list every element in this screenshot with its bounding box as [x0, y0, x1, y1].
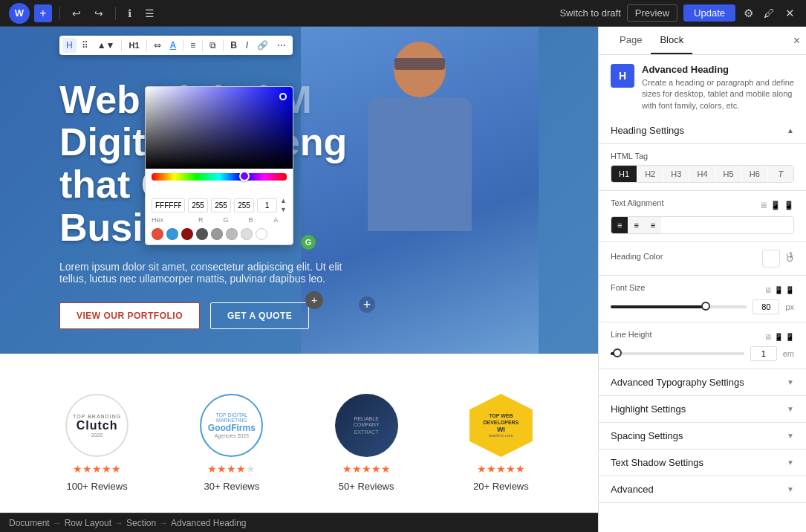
advanced-section[interactable]: Advanced ▼	[599, 476, 806, 503]
cp-down-button[interactable]: ▼	[280, 206, 287, 213]
font-size-input[interactable]	[753, 299, 779, 314]
align-left-button[interactable]: ≡	[611, 217, 628, 233]
heading-color-swatch[interactable]	[762, 250, 780, 267]
swatch-red[interactable]	[152, 228, 163, 240]
highlight-settings-section[interactable]: Highlight Settings ▼	[599, 396, 806, 423]
clutch-stars: ★★★★★	[73, 463, 121, 475]
color-button[interactable]: A	[166, 38, 181, 53]
breadcrumb-doc[interactable]: Document	[9, 518, 50, 528]
align-right-button[interactable]: ≡	[645, 217, 661, 233]
html-tags-group: H1 H2 H3 H4 H5 H6 T	[611, 165, 794, 183]
breadcrumb-row[interactable]: Row Layout	[65, 518, 111, 528]
swatch-darkgray[interactable]	[196, 228, 208, 240]
add-block-button[interactable]: +	[34, 4, 52, 22]
block-type-button[interactable]: H	[62, 38, 77, 53]
spacing-settings-section[interactable]: Spacing Settings ▼	[599, 423, 806, 450]
swatch-darkred[interactable]	[181, 228, 193, 240]
line-height-thumb[interactable]	[613, 348, 622, 357]
font-size-desktop-icon[interactable]: 🖥	[764, 286, 772, 294]
advanced-typography-section[interactable]: Advanced Typography Settings ▼	[599, 369, 806, 396]
highlight-settings-chevron: ▼	[787, 405, 794, 413]
list-button[interactable]: ☰	[140, 4, 159, 22]
panel-close-button[interactable]: ×	[793, 34, 800, 48]
editor-area: H ⠿ ▲▼ H1 ⇔ A ≡ ⧉ B I 🔗 ⋯	[0, 27, 598, 532]
g-input-container	[211, 198, 231, 213]
font-size-slider-row: px	[611, 299, 794, 314]
line-height-input[interactable]	[750, 346, 777, 361]
heading-settings-header[interactable]: Heading Settings ▲	[599, 117, 806, 144]
swatch-lightgray[interactable]	[226, 228, 238, 240]
page-tab[interactable]: Page	[611, 27, 651, 54]
info-button[interactable]: ℹ	[123, 4, 136, 22]
update-button[interactable]: Update	[683, 4, 735, 22]
swatch-blue[interactable]	[166, 228, 178, 240]
copy-button[interactable]: ⧉	[206, 38, 220, 53]
hex-input[interactable]	[152, 198, 185, 213]
italic-button[interactable]: I	[242, 38, 252, 53]
align-icon-button[interactable]: ⇔	[150, 38, 165, 53]
tag-t[interactable]: T	[768, 166, 793, 182]
hue-slider[interactable]	[152, 173, 287, 181]
heading-settings-title: Heading Settings	[611, 125, 684, 136]
move-up-down-button[interactable]: ▲▼	[94, 38, 119, 53]
center-align-button[interactable]: ≡	[186, 38, 199, 53]
a-input[interactable]	[257, 198, 277, 213]
settings-icon-button[interactable]: ⚙	[741, 4, 755, 22]
r-input[interactable]	[188, 198, 208, 213]
tag-h4[interactable]: H4	[689, 166, 715, 182]
preview-button[interactable]: Preview	[627, 4, 677, 22]
switch-draft-button[interactable]: Switch to draft	[559, 7, 620, 19]
color-gradient[interactable]	[146, 87, 293, 169]
more-options-button[interactable]: ⋯	[273, 38, 290, 53]
mobile-icon[interactable]: 📱	[784, 201, 794, 210]
quote-button[interactable]: GET A QUOTE	[210, 302, 309, 329]
drag-handle-button[interactable]: ⠿	[78, 38, 92, 53]
b-input[interactable]	[234, 198, 254, 213]
redo-button[interactable]: ↪	[90, 4, 108, 22]
line-height-track[interactable]	[611, 352, 744, 355]
align-center-button[interactable]: ≡	[628, 217, 644, 233]
more-icon-button[interactable]: ✕	[783, 4, 797, 22]
tools-icon-button[interactable]: 🖊	[761, 4, 777, 22]
link-button[interactable]: 🔗	[253, 38, 272, 53]
plugin-description: Create a heading or paragraph and define…	[642, 77, 794, 111]
block-tab[interactable]: Block	[651, 27, 692, 54]
font-size-track[interactable]	[611, 305, 747, 308]
top-bar: W + ↩ ↪ ℹ ☰ Switch to draft Preview Upda…	[0, 0, 806, 27]
tag-h3[interactable]: H3	[663, 166, 689, 182]
breadcrumb-section[interactable]: Section	[126, 518, 156, 528]
font-size-tablet-icon[interactable]: 📱	[774, 286, 783, 294]
goodfirms-stars: ★★★★★	[207, 463, 256, 475]
tag-h1[interactable]: H1	[611, 166, 637, 182]
alignment-row: Text Alignment 🖥 📱 📱	[611, 198, 794, 212]
tag-h6[interactable]: H6	[742, 166, 767, 182]
desktop-icon[interactable]: 🖥	[759, 201, 767, 210]
bold-button[interactable]: B	[227, 38, 241, 53]
tablet-icon[interactable]: 📱	[770, 201, 781, 210]
font-size-mobile-icon[interactable]: 📱	[785, 286, 794, 294]
swatch-lighter[interactable]	[241, 228, 253, 240]
portfolio-button[interactable]: VIEW OUR PORTFOLIO	[59, 302, 200, 329]
line-height-mobile-icon[interactable]: 📱	[785, 333, 794, 341]
g-input[interactable]	[211, 198, 231, 213]
swatch-white[interactable]	[256, 228, 267, 240]
toolbar-sep	[223, 39, 224, 51]
color-pointer[interactable]	[279, 93, 287, 100]
hue-pointer[interactable]	[239, 171, 250, 181]
undo-button[interactable]: ↩	[68, 4, 85, 22]
alpha-slider[interactable]	[152, 184, 287, 191]
block-inserter-cross[interactable]: +	[359, 296, 375, 313]
line-height-desktop-icon[interactable]: 🖥	[764, 333, 772, 341]
tag-h5[interactable]: H5	[716, 166, 741, 182]
award-clutch: TOP BRANDING Clutch 2020 ★★★★★ 100+ Revi…	[42, 394, 153, 492]
text-shadow-section[interactable]: Text Shadow Settings ▼	[599, 450, 806, 476]
tag-h2[interactable]: H2	[637, 166, 663, 182]
line-height-tablet-icon[interactable]: 📱	[774, 333, 783, 341]
reliable-badge: RELIABLECOMPANY EXTRACT	[335, 394, 398, 457]
breadcrumb-heading[interactable]: Advanced Heading	[171, 518, 246, 528]
block-inserter-button[interactable]: +	[305, 291, 323, 309]
font-size-thumb[interactable]	[701, 302, 710, 311]
cp-up-button[interactable]: ▲	[280, 197, 287, 204]
swatch-gray[interactable]	[211, 228, 223, 240]
goodfirms-badge: Top Digital Marketing GoodFirms Agencies…	[200, 394, 263, 457]
